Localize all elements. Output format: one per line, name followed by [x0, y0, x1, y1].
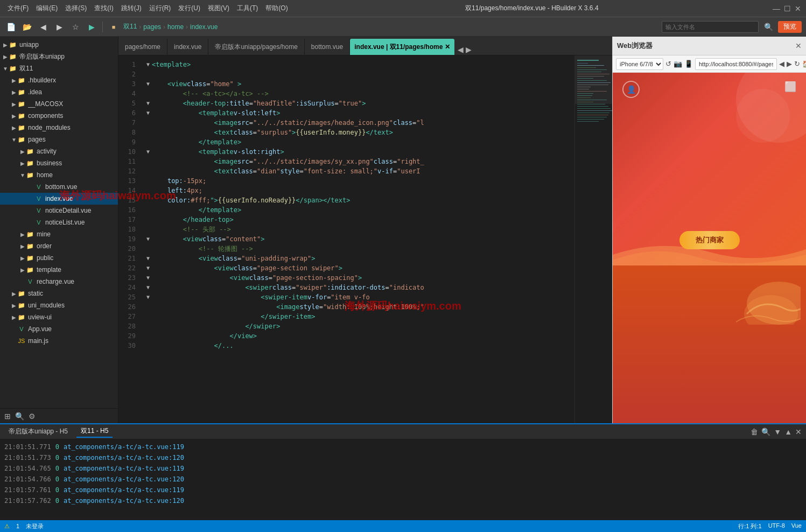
sidebar-item-components[interactable]: ▶ 📁 components [0, 110, 118, 122]
breadcrumb-file[interactable]: index.vue [190, 23, 218, 31]
breadcrumb-project[interactable]: 双11 [123, 22, 137, 31]
log-link[interactable]: at_components/a-tc/a-tc.vue:120 [64, 496, 184, 506]
console-tab-diqiuuniapp[interactable]: 帝启版本uniapp - H5 [4, 426, 72, 437]
sidebar-item-static[interactable]: ▶ 📁 static [0, 288, 118, 299]
forward-icon[interactable]: ▶ [53, 20, 66, 33]
new-file-icon[interactable]: 📄 [4, 20, 17, 33]
menu-help[interactable]: 帮助(O) [262, 3, 291, 14]
console-clear-icon[interactable]: 🗑 [751, 428, 758, 436]
sidebar-item-public[interactable]: ▶ 📁 public [0, 252, 118, 264]
tab-bottomvue[interactable]: bottom.vue [305, 39, 350, 55]
menu-select[interactable]: 选择(S) [62, 3, 90, 14]
fold-icon[interactable]: ▼ [144, 293, 152, 301]
fold-icon[interactable]: ▼ [144, 274, 152, 282]
console-tab-shuang11[interactable]: 双11 - H5 [76, 425, 113, 438]
tab-active[interactable]: index.vue | 双11/pages/home ✕ [350, 39, 454, 55]
menu-release[interactable]: 发行(U) [175, 3, 204, 14]
fold-icon[interactable]: ▼ [144, 80, 152, 88]
fold-icon[interactable]: ▼ [144, 255, 152, 262]
log-link[interactable]: at_components/a-tc/a-tc.vue:119 [64, 442, 184, 452]
tab-diqiuuniapp[interactable]: 帝启版本uniapp/pages/home [208, 39, 304, 55]
window-controls[interactable]: — ☐ ✕ [773, 5, 802, 12]
sidebar-item-unimodules[interactable]: ▶ 📁 uni_modules [0, 299, 118, 311]
sidebar-item-idea[interactable]: ▶ 📁 .idea [0, 86, 118, 98]
log-link[interactable]: at_components/a-tc/a-tc.vue:120 [64, 453, 184, 463]
sidebar-item-appvue[interactable]: V App.vue [0, 323, 118, 335]
sidebar-item-mine[interactable]: ▶ 📁 mine [0, 228, 118, 240]
menu-edit[interactable]: 编辑(E) [33, 3, 61, 14]
nav-refresh-icon[interactable]: ↻ [794, 58, 800, 70]
fold-icon[interactable]: ▼ [144, 235, 152, 243]
search-icon[interactable]: 🔍 [762, 20, 775, 33]
sidebar-item-uviewui[interactable]: ▶ 📁 uview-ui [0, 311, 118, 323]
close-btn[interactable]: ✕ [794, 5, 802, 12]
tabs-left-arrow[interactable]: ◀ [457, 44, 465, 55]
menu-goto[interactable]: 跳转(J) [118, 3, 145, 14]
sidebar-btn1[interactable]: ⊞ [4, 412, 11, 421]
console-filter-icon[interactable]: 🔍 [761, 428, 770, 436]
bookmark-icon[interactable]: ☆ [69, 20, 82, 33]
menu-run[interactable]: 运行(R) [146, 3, 174, 14]
title-bar-menu[interactable]: 文件(F) 编辑(E) 选择(S) 查找(I) 跳转(J) 运行(R) 发行(U… [4, 3, 291, 14]
sidebar-item-hbuilderx[interactable]: ▶ 📁 .hbuilderx [0, 74, 118, 86]
open-file-icon[interactable]: 📂 [20, 20, 33, 33]
sidebar-item-noticelist[interactable]: V noticeList.vue [0, 216, 118, 228]
sidebar-item-bottomvue[interactable]: V bottom.vue [0, 181, 118, 193]
tab-pages-home[interactable]: pages/home [118, 39, 167, 55]
fold-icon[interactable]: ▼ [144, 61, 152, 68]
fold-icon[interactable]: ▼ [144, 100, 152, 107]
sidebar-item-order[interactable]: ▶ 📁 order [0, 240, 118, 252]
log-link[interactable]: at_components/a-tc/a-tc.vue:119 [64, 485, 184, 495]
tab-indexvue[interactable]: index.vue [167, 39, 208, 55]
nav-back-icon[interactable]: ◀ [779, 58, 784, 70]
sidebar-item-nodemodules[interactable]: ▶ 📁 node_modules [0, 122, 118, 134]
hot-merchant-button[interactable]: 热门商家 [679, 231, 740, 249]
browser-url-input[interactable] [695, 58, 777, 70]
console-collapse-icon[interactable]: ▼ [774, 428, 781, 436]
sidebar-item-pages[interactable]: ▼ 📁 pages [0, 134, 118, 145]
screenshot-icon[interactable]: 📷 [674, 58, 682, 70]
sidebar-btn3[interactable]: ⚙ [29, 412, 36, 421]
refresh-icon[interactable]: ↺ [665, 58, 671, 70]
sidebar-item-uniapp[interactable]: ▶ 📁 uniapp [0, 39, 118, 51]
tabs-right-arrow[interactable]: ▶ [465, 44, 473, 55]
menu-view[interactable]: 视图(V) [205, 3, 233, 14]
sidebar-item-shuang11[interactable]: ▼ 📁 双11 [0, 62, 118, 74]
sidebar-item-rechargevue[interactable]: V recharge.vue [0, 276, 118, 288]
sidebar-item-activity[interactable]: ▶ 📁 activity [0, 145, 118, 157]
sidebar-item-business[interactable]: ▶ 📁 business [0, 157, 118, 169]
maximize-btn[interactable]: ☐ [783, 5, 791, 12]
sidebar-item-macosx[interactable]: ▶ 📁 __MACOSX [0, 98, 118, 110]
sidebar-item-mainjs[interactable]: JS main.js [0, 335, 118, 347]
nav-home-icon[interactable]: 🏠 [802, 58, 806, 70]
sidebar-item-template[interactable]: ▶ 📁 template [0, 264, 118, 276]
console-close-icon[interactable]: ✕ [795, 428, 802, 436]
status-login[interactable]: 未登录 [26, 522, 44, 530]
tabs-arrows[interactable]: ◀ ▶ [457, 44, 473, 55]
fold-icon[interactable]: ▼ [144, 284, 152, 291]
fold-icon[interactable]: ▼ [144, 109, 152, 117]
log-link[interactable]: at_components/a-tc/a-tc.vue:120 [64, 474, 184, 484]
sidebar-btn2[interactable]: 🔍 [15, 412, 24, 421]
phone-icon[interactable]: 📱 [684, 58, 693, 70]
code-content[interactable]: ▼<template> ▼ ▼ <view class="home" > ▼ <… [140, 55, 574, 423]
minimize-btn[interactable]: — [773, 5, 780, 12]
preview-button[interactable]: 预览 [778, 21, 802, 33]
back-icon[interactable]: ◀ [37, 20, 50, 33]
menu-file[interactable]: 文件(F) [4, 3, 32, 14]
console-expand-icon[interactable]: ▲ [784, 428, 792, 436]
fold-icon[interactable]: ▼ [144, 264, 152, 272]
breadcrumb-home[interactable]: home [167, 23, 184, 31]
file-search-input[interactable] [662, 21, 759, 33]
run-icon[interactable]: ▶ [85, 20, 98, 33]
device-selector[interactable]: iPhone 6/7/8 [616, 58, 663, 70]
tab-close-icon[interactable]: ✕ [445, 43, 450, 51]
sidebar-item-home[interactable]: ▼ 📁 home [0, 169, 118, 181]
breadcrumb-pages[interactable]: pages [143, 23, 161, 31]
sidebar-item-indexvue[interactable]: V index.vue [0, 193, 118, 205]
browser-close-icon[interactable]: ✕ [795, 41, 802, 50]
nav-forward-icon[interactable]: ▶ [787, 58, 792, 70]
menu-tools[interactable]: 工具(T) [234, 3, 261, 14]
menu-find[interactable]: 查找(I) [91, 3, 116, 14]
log-link[interactable]: at_components/a-tc/a-tc.vue:119 [64, 464, 184, 473]
